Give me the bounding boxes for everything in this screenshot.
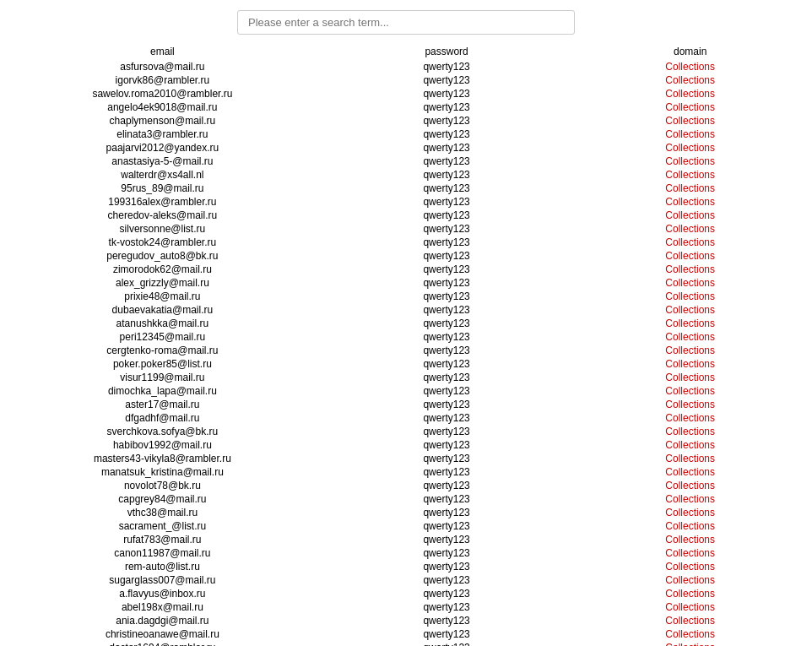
cell-password: qwerty123 (325, 276, 569, 290)
cell-domain: Collections (568, 128, 812, 141)
cell-password: qwerty123 (325, 452, 569, 465)
cell-password: qwerty123 (325, 411, 569, 425)
table-row: elinata3@rambler.ruqwerty123Collections (0, 128, 812, 141)
cell-domain: Collections (568, 276, 812, 290)
cell-password: qwerty123 (325, 614, 569, 627)
cell-domain: Collections (568, 222, 812, 236)
cell-email: zimorodok62@mail.ru (0, 263, 325, 276)
table-row: dimochka_lapa@mail.ruqwerty123Collection… (0, 384, 812, 398)
table-row: silversonne@list.ruqwerty123Collections (0, 222, 812, 236)
cell-domain: Collections (568, 560, 812, 573)
cell-domain: Collections (568, 573, 812, 587)
cell-email: rufat783@mail.ru (0, 533, 325, 546)
table-row: cergtenko-roma@mail.ruqwerty123Collectio… (0, 344, 812, 357)
cell-email: christineoanawe@mail.ru (0, 627, 325, 641)
table-row: prixie48@mail.ruqwerty123Collections (0, 290, 812, 303)
cell-email: silversonne@list.ru (0, 222, 325, 236)
table-row: rem-auto@list.ruqwerty123Collections (0, 560, 812, 573)
cell-password: qwerty123 (325, 600, 569, 614)
table-row: asfursova@mail.ruqwerty123Collections (0, 60, 812, 73)
table-row: cheredov-aleks@mail.ruqwerty123Collectio… (0, 209, 812, 222)
cell-domain: Collections (568, 195, 812, 209)
cell-domain: Collections (568, 398, 812, 411)
cell-email: anastasiya-5-@mail.ru (0, 155, 325, 168)
table-row: paajarvi2012@yandex.ruqwerty123Collectio… (0, 141, 812, 155)
cell-email: visur1199@mail.ru (0, 371, 325, 384)
cell-password: qwerty123 (325, 425, 569, 438)
cell-domain: Collections (568, 546, 812, 560)
cell-password: qwerty123 (325, 641, 569, 646)
table-row: ania.dagdgi@mail.ruqwerty123Collections (0, 614, 812, 627)
cell-password: qwerty123 (325, 73, 569, 87)
cell-email: dfgadhf@mail.ru (0, 411, 325, 425)
cell-domain: Collections (568, 330, 812, 344)
col-header-email: email (0, 43, 325, 60)
cell-password: qwerty123 (325, 222, 569, 236)
cell-password: qwerty123 (325, 303, 569, 317)
table-row: atanushkka@mail.ruqwerty123Collections (0, 317, 812, 330)
table-row: novolot78@bk.ruqwerty123Collections (0, 479, 812, 492)
cell-domain: Collections (568, 317, 812, 330)
cell-domain: Collections (568, 465, 812, 479)
table-row: peregudov_auto8@bk.ruqwerty123Collection… (0, 249, 812, 263)
search-input[interactable] (237, 10, 575, 35)
cell-domain: Collections (568, 155, 812, 168)
table-row: dubaevakatia@mail.ruqwerty123Collections (0, 303, 812, 317)
cell-email: rem-auto@list.ru (0, 560, 325, 573)
table-row: peri12345@mail.ruqwerty123Collections (0, 330, 812, 344)
cell-domain: Collections (568, 344, 812, 357)
search-container (0, 0, 812, 43)
table-row: angelo4ek9018@mail.ruqwerty123Collection… (0, 100, 812, 114)
cell-domain: Collections (568, 614, 812, 627)
cell-email: a.flavyus@inbox.ru (0, 587, 325, 600)
cell-email: dimochka_lapa@mail.ru (0, 384, 325, 398)
cell-email: sugarglass007@mail.ru (0, 573, 325, 587)
cell-email: dubaevakatia@mail.ru (0, 303, 325, 317)
cell-password: qwerty123 (325, 263, 569, 276)
col-header-password: password (325, 43, 569, 60)
cell-email: asfursova@mail.ru (0, 60, 325, 73)
cell-email: aster17@mail.ru (0, 398, 325, 411)
table-row: walterdr@xs4all.nlqwerty123Collections (0, 168, 812, 182)
cell-password: qwerty123 (325, 357, 569, 371)
cell-email: sacrament_@list.ru (0, 519, 325, 533)
cell-domain: Collections (568, 627, 812, 641)
cell-domain: Collections (568, 411, 812, 425)
cell-password: qwerty123 (325, 479, 569, 492)
cell-domain: Collections (568, 303, 812, 317)
table-row: habibov1992@mail.ruqwerty123Collections (0, 438, 812, 452)
cell-email: 199316alex@rambler.ru (0, 195, 325, 209)
cell-password: qwerty123 (325, 573, 569, 587)
cell-email: elinata3@rambler.ru (0, 128, 325, 141)
cell-domain: Collections (568, 249, 812, 263)
cell-email: sverchkova.sofya@bk.ru (0, 425, 325, 438)
cell-domain: Collections (568, 384, 812, 398)
cell-domain: Collections (568, 182, 812, 195)
table-row: manatsuk_kristina@mail.ruqwerty123Collec… (0, 465, 812, 479)
cell-domain: Collections (568, 100, 812, 114)
cell-domain: Collections (568, 438, 812, 452)
cell-domain: Collections (568, 492, 812, 506)
cell-email: chaplymenson@mail.ru (0, 114, 325, 128)
cell-password: qwerty123 (325, 330, 569, 344)
table-row: abel198x@mail.ruqwerty123Collections (0, 600, 812, 614)
cell-password: qwerty123 (325, 87, 569, 100)
cell-password: qwerty123 (325, 438, 569, 452)
data-table: email password domain asfursova@mail.ruq… (0, 43, 812, 646)
cell-email: paajarvi2012@yandex.ru (0, 141, 325, 155)
cell-password: qwerty123 (325, 506, 569, 519)
table-row: alex_grizzly@mail.ruqwerty123Collections (0, 276, 812, 290)
cell-domain: Collections (568, 263, 812, 276)
cell-domain: Collections (568, 141, 812, 155)
table-row: masters43-vikyla8@rambler.ruqwerty123Col… (0, 452, 812, 465)
cell-email: peri12345@mail.ru (0, 330, 325, 344)
cell-password: qwerty123 (325, 209, 569, 222)
cell-email: cergtenko-roma@mail.ru (0, 344, 325, 357)
cell-domain: Collections (568, 533, 812, 546)
table-row: zimorodok62@mail.ruqwerty123Collections (0, 263, 812, 276)
table-row: dfgadhf@mail.ruqwerty123Collections (0, 411, 812, 425)
cell-email: prixie48@mail.ru (0, 290, 325, 303)
table-row: rufat783@mail.ruqwerty123Collections (0, 533, 812, 546)
cell-domain: Collections (568, 290, 812, 303)
table-row: poker.poker85@list.ruqwerty123Collection… (0, 357, 812, 371)
